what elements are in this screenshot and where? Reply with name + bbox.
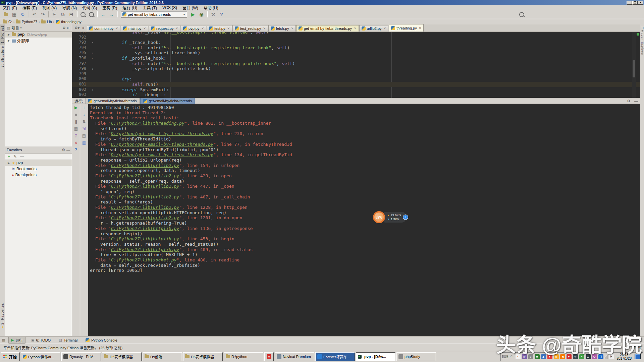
run-icon[interactable]: ▶ [189, 11, 197, 18]
hide-panel-icon[interactable]: ⇤ [67, 26, 70, 30]
editor-tab-common.py[interactable]: common.py✕ [87, 25, 120, 32]
menu-item[interactable]: 重构 (R) [100, 5, 120, 10]
traceback-link[interactable]: C:\Python27\lib\urllib2.py [111, 163, 179, 168]
taskbar-app-button-D:\安卓模拟器[interactable]: D:\安卓模拟器 [102, 352, 142, 361]
code-line-803[interactable]: 803 if __debug__: [72, 92, 640, 98]
right-stripe-button[interactable]: Maven Explorer [641, 30, 644, 56]
undo-icon[interactable]: ↶ [30, 11, 39, 18]
expand-arrow-icon[interactable]: ▶ [8, 33, 10, 36]
tab-close-icon[interactable]: ✕ [291, 27, 293, 30]
edit-icon[interactable]: ✎ [13, 154, 17, 159]
status-message[interactable]: 平台和插件更新: PyCharm Community Edition 准备更新。… [3, 345, 122, 350]
code-line-802[interactable]: 802▿ except SystemExit: [72, 87, 640, 93]
find-icon[interactable] [79, 11, 87, 18]
tab-close-icon[interactable]: ✕ [227, 27, 230, 30]
menu-item[interactable]: 窗口 (W) [180, 5, 201, 10]
editor-tab-threading.py[interactable]: threading.py✕ [389, 24, 424, 32]
traceback-link[interactable]: C:\Python27\lib\httplib.py [111, 247, 179, 252]
tree-item-pvp[interactable]: ▶pvpD:\www\pvp [5, 32, 72, 38]
traceback-link[interactable]: C:\Python27\lib\urllib2.py [111, 194, 179, 199]
redo-icon[interactable]: ↷ [39, 11, 47, 18]
traceback-link[interactable]: C:\Python27\lib\httplib.py [111, 236, 179, 241]
traceback-link[interactable]: C:\Python27\lib\threading.py [111, 121, 184, 126]
run-tab[interactable]: get-email-by-tieba-threads [140, 98, 195, 104]
copy-icon[interactable]: ⧉ [59, 11, 67, 18]
clear-icon[interactable]: ▥ [80, 139, 88, 146]
back-icon[interactable]: ← [99, 11, 107, 18]
gear-icon[interactable]: ⚙ [62, 148, 65, 152]
jump-stack-icon[interactable]: ⇅ [80, 118, 88, 125]
code-line-801[interactable]: 801 self.run() [72, 82, 640, 87]
sync-icon[interactable]: ↻ [18, 11, 27, 18]
taskbar-app-button-D:\前端[interactable]: D:\前端 [143, 352, 182, 361]
stripe-button[interactable]: 7: Structure [0, 45, 5, 69]
settings-icon[interactable]: ⚙ [625, 99, 632, 103]
taskbar-app-button-Dynasty - EnV[interactable]: Dynasty - EnV [61, 352, 101, 361]
project-panel-title[interactable]: 项目 [11, 25, 19, 31]
menu-item[interactable]: VCS (S) [160, 5, 180, 10]
run-tab[interactable]: get-email-by-tieba-threads [85, 98, 140, 104]
scroll-from-source-icon[interactable]: ⇤ [81, 26, 87, 30]
hide-panel-icon[interactable]: — [66, 148, 70, 152]
tab-close-icon[interactable]: ✕ [115, 27, 118, 30]
scrollbar-thumb[interactable] [633, 60, 635, 77]
code-line-796[interactable]: 796▿ if _profile_hook: [72, 56, 640, 61]
run-configuration-select[interactable]: get-email-by-tieba-threads▼ [121, 11, 187, 18]
fold-marker-icon[interactable]: ▵ [92, 66, 93, 72]
editor-tab-fetch.py[interactable]: fetch.py✕ [268, 25, 296, 32]
taskbar-app-button-pvp - [D:\w...[interactable]: PCpvp - [D:\w... [356, 352, 395, 361]
save-icon[interactable]: ▦ [10, 11, 18, 18]
menu-item[interactable]: 运行 (U) [120, 5, 140, 10]
add-icon[interactable]: + [403, 215, 408, 220]
fold-marker-icon[interactable]: ▵ [92, 51, 93, 56]
menu-item[interactable]: 工具 (T) [140, 5, 160, 10]
network-monitor-widget[interactable]: 82% ▲29.6K/s ▼1.3K/s + [373, 211, 408, 224]
editor-tab-pvp.py[interactable]: pvp.py✕ [181, 25, 206, 32]
stripe-button[interactable]: 1: Project [0, 24, 5, 45]
code-line-800[interactable]: 800 try: [72, 76, 640, 82]
maximize-button[interactable]: ❐ [632, 1, 638, 5]
traceback-link[interactable]: C:\Python27\lib\urllib2.py [111, 184, 179, 189]
help-icon[interactable]: ? [217, 11, 226, 18]
taskbar-app-button-phpStudy[interactable]: phpStudy [396, 352, 436, 361]
breadcrumb-item[interactable]: threading.py [56, 20, 82, 24]
taskbar-app-button-Forever坏赛车...[interactable]: Forever坏赛车... [315, 352, 355, 361]
minimize-button[interactable]: ─ [627, 1, 632, 5]
down-stack-icon[interactable]: ↓ [80, 111, 88, 118]
traceback-link[interactable]: C:\Python27\lib\socket.py [111, 257, 177, 262]
tab-close-icon[interactable]: ✕ [384, 27, 386, 30]
add-icon[interactable]: + [8, 154, 10, 159]
code-line-791[interactable]: 791 self._note("%s.__bootstrap(): thread… [72, 32, 640, 35]
breadcrumb-item[interactable]: C: [3, 20, 12, 24]
traceback-link[interactable]: C:\Python27\lib\urllib2.py [111, 205, 179, 210]
menu-item[interactable]: 编辑 (E) [20, 5, 40, 10]
tab-close-icon[interactable]: ✕ [144, 27, 146, 30]
paste-icon[interactable]: ⊟ [67, 11, 75, 18]
breadcrumb-item[interactable]: Python27 [16, 20, 37, 24]
breadcrumb-item[interactable]: Lib [41, 20, 52, 24]
run-console[interactable]: ▶■∥▦⚲×? ↑↓⇅⇲▤▥ fetch thread by tid : 491… [72, 104, 640, 336]
tab-close-icon[interactable]: ✕ [175, 27, 178, 30]
memory-percent-ball[interactable]: 82% [373, 211, 385, 223]
traceback-link[interactable]: D:/python/get-email-by-tieba-threads.py [111, 152, 213, 157]
traceback-link[interactable]: C:\Python27\lib\urllib2.py [111, 173, 179, 178]
menu-item[interactable]: 代码 (C) [79, 5, 100, 10]
tool-window-switcher-icon[interactable]: ▦ [2, 338, 5, 342]
stripe-button[interactable]: 2: Favorites★ [0, 302, 5, 330]
print-icon[interactable]: ▤ [80, 132, 88, 139]
cut-icon[interactable]: ✂ [50, 11, 59, 18]
favorites-item-Bookmarks[interactable]: ⚑Bookmarks [5, 166, 72, 172]
code-line-798[interactable]: 798▵ _sys.setprofile(_profile_hook) [72, 66, 640, 71]
traceback-link[interactable]: C:\Python27\lib\urllib2.py [111, 215, 179, 220]
tab-close-icon[interactable]: ✕ [419, 26, 422, 30]
menu-item[interactable]: 导航 (N) [59, 5, 79, 10]
taskbar-app-button[interactable]: M [264, 352, 274, 361]
editor-scrollbar[interactable] [632, 32, 636, 98]
menu-item[interactable]: 帮助 (H) [201, 5, 221, 10]
editor-tab-test.py[interactable]: test.py✕ [207, 25, 232, 32]
traceback-link[interactable]: D:/python/get-email-by-tieba-threads.py [111, 142, 213, 147]
stop-icon[interactable]: ■ [72, 111, 80, 118]
traceback-link[interactable]: C:\Python27\lib\httplib.py [111, 226, 179, 231]
tab-close-icon[interactable]: ✕ [201, 27, 204, 30]
toolwindow-button-Terminal[interactable]: ▤Terminal [56, 338, 80, 343]
